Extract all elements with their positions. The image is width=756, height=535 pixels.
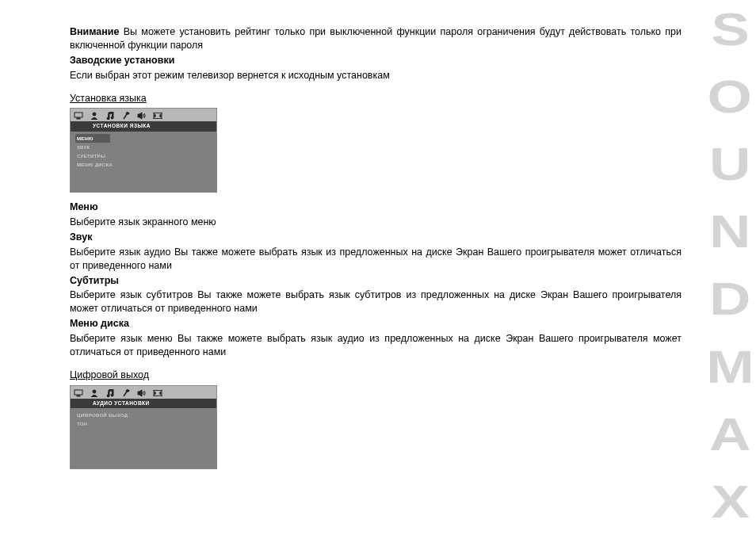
mic-icon — [121, 389, 131, 397]
factory-label: Заводские установки — [70, 54, 682, 67]
digital-out-heading: Цифровой выход — [70, 369, 682, 382]
svg-rect-6 — [74, 390, 82, 395]
dolby-icon — [153, 389, 162, 397]
music-icon — [105, 389, 115, 397]
svg-rect-1 — [77, 118, 80, 119]
svg-point-8 — [93, 390, 96, 393]
svg-rect-0 — [74, 113, 82, 117]
osd-audio-panel: АУДИО УСТАНОВКИ ЦИФРОВОЙ ВЫХОД ТОН — [70, 385, 217, 470]
sound-label: Звук — [70, 231, 682, 244]
svg-point-2 — [93, 113, 96, 116]
speaker-icon — [137, 112, 147, 120]
svg-line-4 — [124, 114, 127, 119]
osd-item: МЕНЮ ДИСКА — [75, 160, 212, 169]
osd-menu-list: ЦИФРОВОЙ ВЫХОД ТОН — [71, 408, 216, 468]
osd-menu-list: МЕНЮ ЗВУК СУБТИТРЫ МЕНЮ ДИСКА — [71, 132, 216, 192]
dolby-icon — [153, 112, 162, 120]
osd-item: ЗВУК — [75, 143, 212, 151]
disc-menu-label: Меню диска — [70, 317, 682, 331]
speaker-icon — [137, 389, 147, 397]
osd-title: УСТАНОВКИ ЯЗЫКА — [71, 121, 216, 132]
attention-label: Внимание — [70, 26, 119, 37]
monitor-icon — [74, 112, 83, 120]
svg-line-10 — [124, 392, 127, 396]
osd-item: СУБТИТРЫ — [75, 151, 212, 160]
attention-paragraph: Внимание Вы можете установить рейтинг то… — [70, 25, 682, 52]
disc-menu-text: Выберите язык меню Вы также можете выбра… — [70, 332, 682, 359]
svg-rect-7 — [77, 396, 80, 396]
monitor-icon — [74, 389, 83, 397]
osd-tab-icons — [71, 109, 216, 121]
osd-title: АУДИО УСТАНОВКИ — [71, 399, 216, 409]
osd-item: МЕНЮ — [75, 134, 110, 143]
sound-text: Выберите язык аудио Вы также можете выбр… — [70, 246, 682, 273]
osd-tab-icons — [71, 386, 216, 399]
subs-label: Субтитры — [70, 274, 682, 288]
menu-label: Меню — [70, 201, 682, 214]
person-icon — [90, 112, 99, 120]
attention-text: Вы можете установить рейтинг только при … — [70, 26, 682, 51]
language-heading: Установка языка — [70, 92, 682, 105]
menu-text: Выберите язык экранного меню — [70, 216, 682, 229]
brand-watermark: SOUNDMAX — [705, 11, 753, 519]
mic-icon — [121, 112, 131, 120]
music-icon — [105, 112, 115, 120]
factory-text: Если выбран этот режим телевизор вернетс… — [70, 69, 682, 82]
osd-language-panel: УСТАНОВКИ ЯЗЫКА МЕНЮ ЗВУК СУБТИТРЫ МЕНЮ … — [70, 108, 217, 193]
osd-item: ЦИФРОВОЙ ВЫХОД — [75, 411, 212, 419]
osd-item: ТОН — [75, 420, 212, 429]
person-icon — [90, 389, 99, 397]
subs-text: Выберите язык субтитров Вы также можете … — [70, 289, 682, 315]
document-body: Внимание Вы можете установить рейтинг то… — [70, 25, 682, 477]
